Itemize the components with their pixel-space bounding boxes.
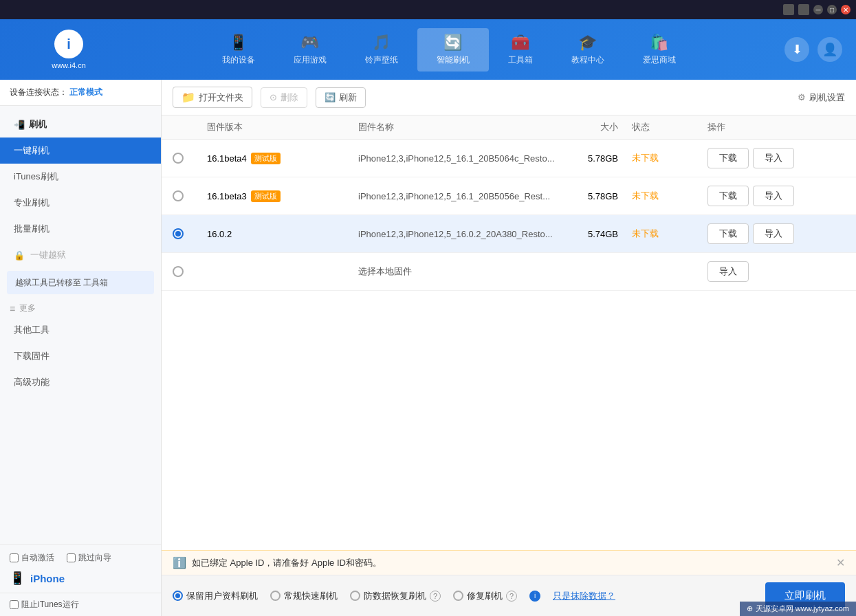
- batch-flash-label: 批量刷机: [14, 223, 50, 235]
- anti-data-loss-radio[interactable]: [350, 591, 360, 601]
- row3-radio[interactable]: [173, 228, 184, 239]
- flash-section-label: 刷机: [29, 118, 47, 131]
- row1-name: iPhone12,3,iPhone12,5_16.1_20B5064c_Rest…: [358, 153, 563, 164]
- block-itunes-checkbox[interactable]: 阻止iTunes运行: [10, 599, 79, 610]
- smart-flash-icon: 🔄: [443, 34, 462, 52]
- store-label: 爱思商域: [643, 54, 676, 66]
- nav-toolbox[interactable]: 🧰 工具箱: [489, 28, 552, 72]
- download-firmware-label: 下载固件: [14, 350, 50, 362]
- flash-mode-anti-data-loss[interactable]: 防数据恢复刷机 ?: [350, 590, 441, 602]
- restore-label: 修复刷机: [467, 590, 503, 602]
- sidebar-item-other-tools[interactable]: 其他工具: [0, 317, 161, 343]
- table-row[interactable]: 16.0.2 iPhone12,3,iPhone12,5_16.0.2_20A3…: [162, 215, 856, 253]
- col-name: 固件名称: [358, 121, 563, 133]
- row3-size: 5.74GB: [563, 229, 632, 239]
- row1-radio[interactable]: [173, 153, 184, 164]
- sidebar-item-batch-flash[interactable]: 批量刷机: [0, 216, 161, 242]
- data-erase-link[interactable]: 只是抹除数据？: [553, 590, 615, 602]
- device-status: 设备连接状态： 正常模式: [0, 80, 161, 106]
- notification-icon: ℹ️: [173, 556, 186, 569]
- row3-actions: 下载 导入: [707, 223, 845, 244]
- minimize-button[interactable]: ─: [813, 5, 823, 14]
- toolbox-icon: 🧰: [511, 34, 529, 52]
- quick-radio[interactable]: [270, 591, 281, 601]
- row2-download-button[interactable]: 下载: [707, 186, 749, 206]
- refresh-button[interactable]: 🔄 刷新: [316, 87, 366, 108]
- quick-label: 常规快速刷机: [284, 590, 338, 602]
- row3-name: iPhone12,3,iPhone12,5_16.0.2_20A380_Rest…: [358, 229, 563, 239]
- nav-my-device[interactable]: 📱 我的设备: [203, 28, 274, 72]
- block-itunes-input[interactable]: [10, 600, 19, 609]
- row1-size: 5.78GB: [563, 153, 632, 164]
- sidebar-item-pro-flash[interactable]: 专业刷机: [0, 190, 161, 216]
- nav-tutorials[interactable]: 🎓 教程中心: [552, 28, 624, 72]
- restore-help-icon[interactable]: ?: [506, 591, 517, 602]
- row2-radio[interactable]: [173, 190, 184, 201]
- delete-label: 删除: [281, 91, 298, 104]
- row3-download-button[interactable]: 下载: [707, 223, 749, 244]
- maximize-button[interactable]: □: [827, 5, 837, 14]
- sidebar-section-flash: 📲 刷机: [0, 111, 161, 138]
- more-icon: ≡: [10, 303, 15, 314]
- sidebar-item-download-firmware[interactable]: 下载固件: [0, 343, 161, 369]
- row1-import-button[interactable]: 导入: [753, 148, 794, 168]
- table-row[interactable]: 16.1beta3 测试版 iPhone12,3,iPhone12,5_16.1…: [162, 177, 856, 215]
- skip-wizard-label: 跳过向导: [78, 552, 111, 564]
- device-row[interactable]: 📱 iPhone: [10, 571, 151, 586]
- table-header: 固件版本 固件名称 大小 状态 操作: [162, 116, 856, 140]
- ringtones-icon: 🎵: [372, 34, 391, 52]
- download-button[interactable]: ⬇: [784, 37, 809, 62]
- skip-wizard-input[interactable]: [67, 553, 76, 562]
- settings-icon: ⚙: [798, 92, 806, 102]
- row2-import-button[interactable]: 导入: [753, 186, 794, 206]
- auto-activate-input[interactable]: [10, 553, 19, 562]
- flash-mode-keep-data[interactable]: 保留用户资料刷机: [173, 590, 258, 602]
- close-button[interactable]: ✕: [841, 5, 850, 14]
- flash-settings-button[interactable]: ⚙ 刷机设置: [798, 91, 845, 104]
- open-folder-button[interactable]: 📁 打开文件夹: [173, 87, 252, 108]
- sidebar-item-itunes-flash[interactable]: iTunes刷机: [0, 164, 161, 190]
- row1-download-button[interactable]: 下载: [707, 148, 749, 168]
- row2-tag: 测试版: [251, 190, 281, 202]
- nav-apps-games[interactable]: 🎮 应用游戏: [274, 28, 346, 72]
- refresh-icon: 🔄: [325, 92, 336, 102]
- toolbar: 📁 打开文件夹 ⊙ 删除 🔄 刷新 ⚙ 刷机设置: [162, 80, 856, 116]
- row4-radio[interactable]: [173, 266, 184, 277]
- watermark: ⊕ 天源安卓网 www.jytyaz.com: [740, 602, 856, 616]
- store-icon: 🛍️: [650, 34, 668, 52]
- sidebar-menu: 📲 刷机 一键刷机 iTunes刷机 专业刷机 批量刷机 🔒 一键越狱 越狱工具…: [0, 106, 161, 544]
- delete-button[interactable]: ⊙ 删除: [261, 87, 307, 108]
- flash-mode-restore[interactable]: 修复刷机 ?: [453, 590, 517, 602]
- info-icon[interactable]: i: [529, 591, 540, 602]
- skip-wizard-checkbox[interactable]: 跳过向导: [67, 552, 111, 564]
- user-button[interactable]: 👤: [817, 37, 842, 62]
- device-status-value: 正常模式: [69, 87, 102, 97]
- nav-smart-flash[interactable]: 🔄 智能刷机: [417, 28, 489, 72]
- nav-ringtones[interactable]: 🎵 铃声壁纸: [346, 28, 417, 72]
- table-row[interactable]: 16.1beta4 测试版 iPhone12,3,iPhone12,5_16.1…: [162, 140, 856, 177]
- auto-activate-checkbox[interactable]: 自动激活: [10, 552, 54, 564]
- table-row-local[interactable]: 选择本地固件 导入: [162, 253, 856, 291]
- pro-flash-label: 专业刷机: [14, 197, 50, 209]
- keep-data-radio[interactable]: [173, 591, 183, 601]
- sidebar-item-advanced[interactable]: 高级功能: [0, 369, 161, 395]
- anti-data-loss-help-icon[interactable]: ?: [430, 591, 441, 602]
- row3-import-button[interactable]: 导入: [753, 223, 794, 244]
- row4-actions: 导入: [707, 261, 845, 282]
- notification-close-button[interactable]: ✕: [836, 556, 845, 569]
- row4-name: 选择本地固件: [358, 265, 563, 278]
- restore-radio[interactable]: [453, 591, 463, 601]
- col-size: 大小: [563, 121, 632, 133]
- lock-icon: 🔒: [14, 250, 25, 261]
- row4-import-button[interactable]: 导入: [707, 261, 749, 282]
- flash-mode-quick[interactable]: 常规快速刷机: [270, 590, 338, 602]
- my-device-label: 我的设备: [222, 54, 255, 66]
- nav-store[interactable]: 🛍️ 爱思商域: [624, 28, 695, 72]
- anti-data-loss-label: 防数据恢复刷机: [364, 590, 426, 602]
- content-area: 📁 打开文件夹 ⊙ 删除 🔄 刷新 ⚙ 刷机设置 固件版本: [162, 80, 856, 616]
- row2-size: 5.78GB: [563, 191, 632, 201]
- sidebar-item-one-click-flash[interactable]: 一键刷机: [0, 138, 161, 164]
- title-bar: ─ □ ✕: [0, 0, 856, 19]
- jailbreak-note: 越狱工具已转移至 工具箱: [7, 271, 154, 294]
- apps-games-icon: 🎮: [300, 34, 319, 52]
